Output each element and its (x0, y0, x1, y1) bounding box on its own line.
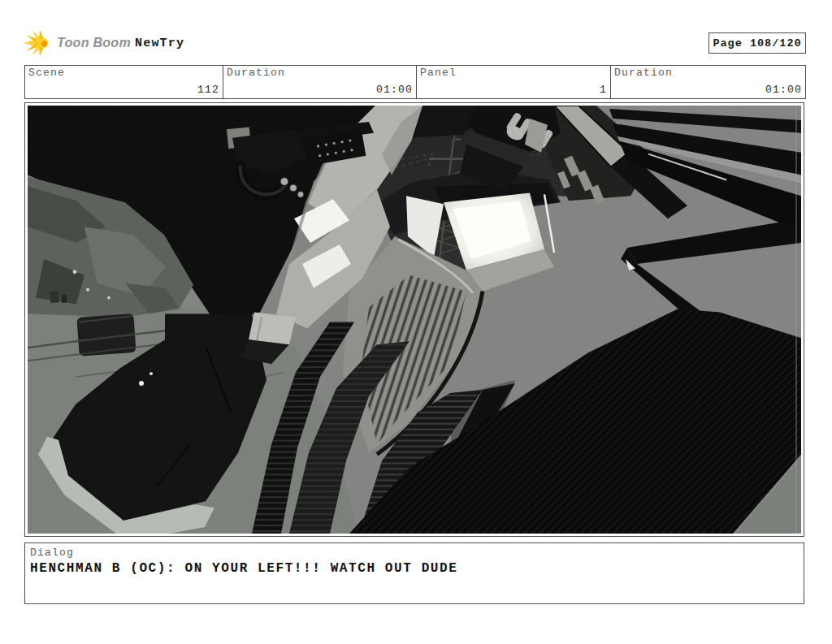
storyboard-page: Toon Boom NewTry Page 108/120 Scene 112 … (0, 0, 832, 644)
panel-value: 1 (420, 84, 607, 97)
toon-boom-logo-icon (23, 29, 54, 57)
project-title: NewTry (135, 37, 184, 50)
storyboard-panel-frame (24, 102, 804, 537)
panel-duration-value: 01:00 (614, 84, 802, 97)
dialog-box: Dialog HENCHMAN B (OC): ON YOUR LEFT!!! … (24, 542, 804, 604)
panel-label: Panel (420, 67, 607, 80)
info-cell-panel: Panel 1 (417, 66, 611, 98)
dialog-text: HENCHMAN B (OC): ON YOUR LEFT!!! WATCH O… (30, 561, 799, 576)
storyboard-panel-artwork (28, 106, 801, 534)
scene-value: 112 (28, 84, 219, 97)
info-cell-panel-duration: Duration 01:00 (611, 66, 805, 98)
dialog-label: Dialog (30, 547, 799, 559)
info-cell-scene-duration: Duration 01:00 (223, 66, 417, 98)
info-cell-scene: Scene 112 (25, 66, 223, 98)
page-number-indicator: Page 108/120 (708, 32, 806, 54)
logo-brand-text: Toon Boom (57, 36, 131, 50)
panel-duration-label: Duration (614, 67, 802, 80)
scene-duration-label: Duration (227, 67, 413, 80)
scene-duration-value: 01:00 (227, 84, 413, 97)
scene-label: Scene (28, 67, 219, 80)
info-bar: Scene 112 Duration 01:00 Panel 1 Duratio… (24, 65, 806, 99)
